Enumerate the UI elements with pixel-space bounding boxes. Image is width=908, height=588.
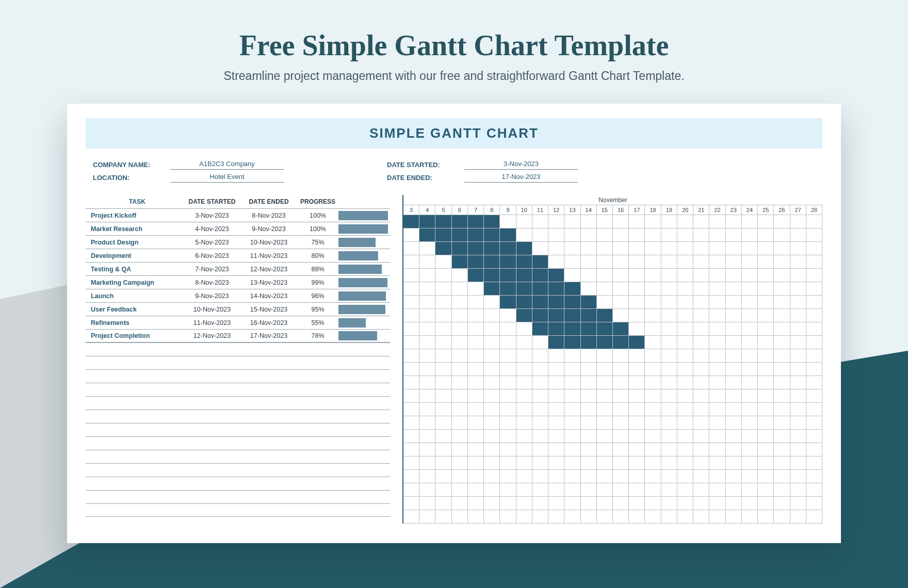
gantt-cell <box>484 242 500 255</box>
gantt-cell <box>709 376 725 389</box>
gantt-cell <box>500 242 516 255</box>
gantt-cell <box>500 296 516 309</box>
gantt-cell <box>468 497 484 510</box>
gantt-cell <box>452 389 468 403</box>
gantt-cell <box>484 309 500 322</box>
gantt-cell <box>742 282 758 296</box>
gantt-cell <box>484 430 500 443</box>
gantt-cell <box>500 403 516 416</box>
gantt-row <box>403 309 822 322</box>
gantt-cell <box>613 497 629 510</box>
gantt-cell <box>419 416 435 430</box>
gantt-cell <box>532 296 548 309</box>
gantt-cell <box>597 456 613 470</box>
gantt-cell <box>774 228 790 242</box>
gantt-cell <box>645 403 661 416</box>
gantt-cell <box>677 282 693 296</box>
gantt-cell <box>597 336 613 349</box>
gantt-cell <box>452 497 468 510</box>
gantt-cell <box>758 497 774 510</box>
gantt-cell <box>806 349 822 363</box>
gantt-cell <box>613 456 629 470</box>
gantt-cell <box>581 309 597 322</box>
gantt-cell <box>597 228 613 242</box>
progress-bar <box>338 303 390 316</box>
gantt-cell <box>661 255 677 269</box>
gantt-day: 14 <box>581 205 597 215</box>
gantt-cell <box>581 228 597 242</box>
gantt-cell <box>677 416 693 430</box>
task-end: 11-Nov-2023 <box>240 252 297 259</box>
company-value: A1B2C3 Company <box>170 160 284 170</box>
gantt-cell <box>758 255 774 269</box>
gantt-cell <box>597 296 613 309</box>
gantt-cell <box>629 403 645 416</box>
gantt-cell <box>435 215 451 228</box>
gantt-cell <box>403 403 419 416</box>
gantt-cell <box>597 363 613 376</box>
gantt-day: 23 <box>726 205 742 215</box>
gantt-cell <box>564 510 580 524</box>
gantt-cell <box>500 430 516 443</box>
gantt-cell <box>613 296 629 309</box>
gantt-cell <box>742 269 758 282</box>
gantt-day: 13 <box>564 205 580 215</box>
gantt-cell <box>661 336 677 349</box>
task-start: 5-Nov-2023 <box>184 239 240 246</box>
gantt-cell <box>419 269 435 282</box>
gantt-cell <box>790 255 806 269</box>
gantt-cell <box>581 497 597 510</box>
gantt-day: 21 <box>693 205 709 215</box>
gantt-cell <box>532 228 548 242</box>
gantt-cell <box>403 363 419 376</box>
gantt-cell <box>693 363 709 376</box>
gantt-cell <box>742 483 758 497</box>
gantt-cell <box>564 497 580 510</box>
task-progress: 88% <box>297 266 338 273</box>
gantt-cell <box>403 269 419 282</box>
gantt-day: 7 <box>468 205 484 215</box>
gantt-cell <box>452 309 468 322</box>
gantt-cell <box>564 456 580 470</box>
gantt-cell <box>581 470 597 483</box>
gantt-cell <box>742 456 758 470</box>
gantt-day: 8 <box>484 205 500 215</box>
gantt-cell <box>758 510 774 524</box>
gantt-cell <box>419 215 435 228</box>
gantt-row-empty <box>403 430 822 443</box>
gantt-cell <box>758 443 774 456</box>
gantt-day: 24 <box>742 205 758 215</box>
gantt-cell <box>435 349 451 363</box>
gantt-cell <box>597 269 613 282</box>
gantt-cell <box>500 255 516 269</box>
gantt-cell <box>597 403 613 416</box>
gantt-cell <box>468 296 484 309</box>
gantt-cell <box>629 443 645 456</box>
gantt-cell <box>693 215 709 228</box>
gantt-cell <box>597 242 613 255</box>
gantt-cell <box>452 242 468 255</box>
gantt-cell <box>500 416 516 430</box>
gantt-cell <box>581 296 597 309</box>
gantt-cell <box>581 282 597 296</box>
gantt-cell <box>758 483 774 497</box>
gantt-cell <box>564 296 580 309</box>
gantt-cell <box>548 282 564 296</box>
gantt-cell <box>403 510 419 524</box>
gantt-cell <box>645 309 661 322</box>
gantt-cell <box>677 403 693 416</box>
gantt-day: 4 <box>419 205 435 215</box>
gantt-cell <box>516 255 532 269</box>
gantt-cell <box>709 483 725 497</box>
gantt-cell <box>709 322 725 336</box>
gantt-cell <box>516 389 532 403</box>
gantt-cell <box>403 483 419 497</box>
gantt-cell <box>548 483 564 497</box>
task-start: 10-Nov-2023 <box>184 306 240 313</box>
gantt-cell <box>516 483 532 497</box>
task-name: Project Kickoff <box>86 212 184 219</box>
gantt-cell <box>677 510 693 524</box>
gantt-cell <box>532 255 548 269</box>
gantt-cell <box>435 322 451 336</box>
gantt-cell <box>645 497 661 510</box>
